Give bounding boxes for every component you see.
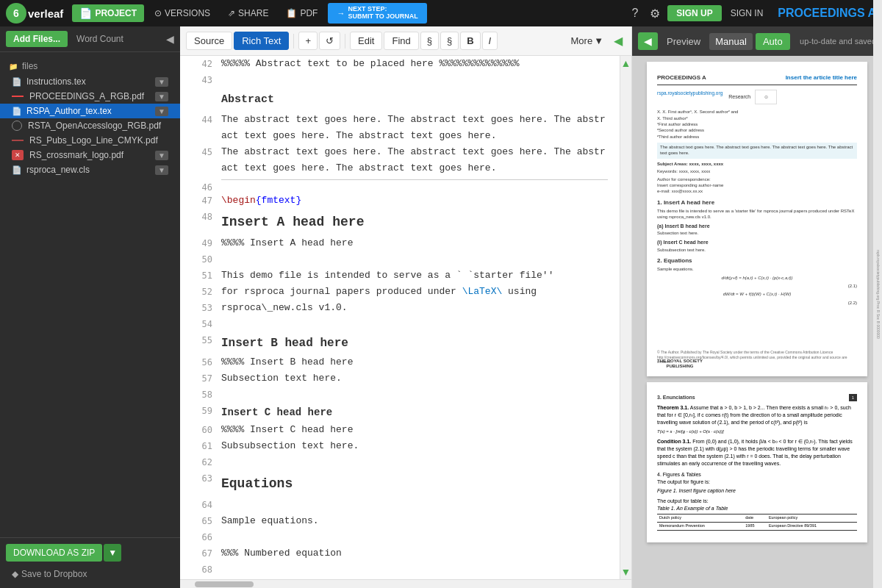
project-icon: 📄 xyxy=(79,7,92,19)
pdf-button[interactable]: 📋 PDF xyxy=(279,5,325,21)
condition-text: Condition 3.1. From (0,0) and (1,0), it … xyxy=(657,438,857,467)
help-button[interactable]: ? xyxy=(627,5,642,21)
save-dropbox-button[interactable]: ◆ Save to Dropbox xyxy=(6,566,174,582)
file-item-rspa-author[interactable]: 📄 RSPA_Author_tex.tex ▼ xyxy=(0,104,180,118)
download-zip-button[interactable]: DOWNLOAD AS ZIP xyxy=(6,544,102,562)
table-1-caption: Table 1. An Example of a Table xyxy=(657,505,857,512)
file-item-rsta-logo[interactable]: RSTA_OpenAccesslogo_RGB.pdf xyxy=(0,118,180,133)
line-60: 60 %%%% Insert C head here xyxy=(221,422,608,438)
pdf-icon: 📋 xyxy=(286,8,297,18)
preview-sample-eq: Sample equations. xyxy=(657,266,857,272)
file-item-crossmark[interactable]: ✕ RS_crossmark_logo.pdf ▼ xyxy=(0,148,180,162)
auto-button[interactable]: Auto xyxy=(756,33,790,50)
add-files-button[interactable]: Add Files... xyxy=(6,31,68,47)
preview-starter-text: This demo file is intended to serve as a… xyxy=(657,208,857,220)
cls-file-icon: 📄 xyxy=(12,165,22,175)
file-dropdown-button[interactable]: ▼ xyxy=(155,77,168,87)
sidebar-toolbar: Add Files... Word Count ◀ xyxy=(0,26,180,52)
page2-header: 3. Enunciations 1 xyxy=(657,394,857,401)
preview-section-4: 4. Figures & Tables xyxy=(657,471,857,478)
header-right: Insert the article title here xyxy=(786,74,857,82)
settings-button[interactable]: ⚙ xyxy=(645,5,664,22)
file-item-rsproca-cls[interactable]: 📄 rsproca_new.cls ▼ xyxy=(0,162,180,177)
toolbar-left-arrow[interactable]: ◀ xyxy=(611,32,625,49)
edit-button[interactable]: Edit xyxy=(350,32,382,50)
section-button[interactable]: § xyxy=(420,32,439,50)
file-dropdown-button[interactable]: ▼ xyxy=(155,92,168,101)
signup-button[interactable]: SIGN UP xyxy=(667,5,721,21)
line-59: 59 Insert C head here xyxy=(221,403,608,422)
correspond: Author for correspondence: Insert corres… xyxy=(657,176,857,195)
preview-content[interactable]: PROCEEDINGS A Insert the article title h… xyxy=(632,56,882,588)
scroll-up-button[interactable]: ▲ xyxy=(620,56,631,71)
project-button[interactable]: 📄 PROJECT xyxy=(72,4,144,22)
page-sub-header: rspa.royalsocietypublishing.org Research… xyxy=(657,90,857,104)
file-dropdown-button[interactable]: ▼ xyxy=(155,151,168,160)
line-44: 44 The abstract text goes here. The abst… xyxy=(221,112,608,144)
editor-horizontal-scrollbar[interactable] xyxy=(180,579,631,588)
line-55: 55 Insert B head here xyxy=(221,332,608,354)
line-54: 54 xyxy=(221,316,608,332)
line-62: 62 xyxy=(221,454,608,470)
versions-button[interactable]: ⊙ VERSIONS xyxy=(147,5,218,21)
table-cell-dutch-val: Memorandum Prevention xyxy=(657,523,743,531)
download-arrow-button[interactable]: ▼ xyxy=(104,544,121,562)
line-46: 46 xyxy=(221,176,608,193)
research-label: Research xyxy=(728,93,750,101)
next-step-icon: → xyxy=(337,9,345,18)
file-item-instructions[interactable]: 📄 Instructions.tex ▼ xyxy=(0,74,180,89)
word-count-button[interactable]: Word Count xyxy=(72,31,128,47)
line-65: 65 Sample equations. xyxy=(221,513,608,529)
file-dropdown-button[interactable]: ▼ xyxy=(155,165,168,175)
line-51: 51 This demo file is intended to serve a… xyxy=(221,268,608,284)
preview-sub-text-1: Subsection text here. xyxy=(657,230,857,236)
keywords: Keywords: xxxx, xxxx, xxxx xyxy=(657,168,857,174)
logo-name: verleaf xyxy=(28,7,63,20)
italic-button[interactable]: I xyxy=(482,32,498,50)
line-68: 68 xyxy=(221,562,608,578)
share-button[interactable]: ⇗ SHARE xyxy=(220,5,276,21)
next-step-button[interactable]: → NEXT STEP: SUBMIT TO JOURNAL xyxy=(328,3,426,24)
line-64: 64 xyxy=(221,497,608,513)
page-number: 1 xyxy=(849,394,857,401)
main-layout: Add Files... Word Count ◀ 📁 files 📄 Inst… xyxy=(0,26,882,588)
more-button[interactable]: More ▼ xyxy=(565,32,610,49)
toolbar-separator xyxy=(293,34,294,49)
versions-icon: ⊙ xyxy=(154,8,162,18)
find-button[interactable]: Find xyxy=(384,32,418,50)
royal-society-logo: THE ROYAL SOCIETY PUBLISHING xyxy=(657,359,703,368)
editor-toolbar: Source Rich Text + ↺ Edit Find § § B I M… xyxy=(180,26,631,56)
side-label: rspb.royalsocietypublishing.org Proc R S… xyxy=(873,56,882,588)
file-item-proceedings-pdf[interactable]: PROCEEDINGS_A_RGB.pdf ▼ xyxy=(0,89,180,104)
collapse-sidebar-button[interactable]: ◀ xyxy=(166,33,174,45)
bold-button[interactable]: B xyxy=(460,32,480,50)
rich-text-button[interactable]: Rich Text xyxy=(234,32,289,50)
signin-button[interactable]: SIGN IN xyxy=(725,5,770,21)
logo[interactable]: 6 verleaf xyxy=(6,3,63,24)
save-status: up-to-date and saved xyxy=(800,37,876,46)
abstract-box: The abstract text goes here. The abstrac… xyxy=(657,143,857,159)
insert-button[interactable]: + xyxy=(298,32,318,50)
figure-1-caption: Figure 1. Insert figure caption here xyxy=(657,487,857,495)
page-header: PROCEEDINGS A Insert the article title h… xyxy=(657,74,857,85)
line-47: 47 \begin{fmtext} xyxy=(221,193,608,209)
preview-left-arrow[interactable]: ◀ xyxy=(638,32,658,50)
table-cell-european-val: European Directive 89/391 xyxy=(767,523,857,531)
table-output-text: The output for table is: xyxy=(657,498,857,505)
equation-box-2: dW/dt = W + f(t)(W) + C(x,t) · H(W) xyxy=(657,291,857,297)
preview-subsection-i: (i) Insert C head here xyxy=(657,239,857,246)
preview-button[interactable]: Preview xyxy=(661,33,706,50)
source-button[interactable]: Source xyxy=(186,32,232,50)
section2-button[interactable]: § xyxy=(440,32,459,50)
file-item-rs-pubs[interactable]: RS_Pubs_Logo_Line_CMYK.pdf xyxy=(0,133,180,148)
theorem-equation: T(s) = s · [π/(g - c(s)) + O(s · c(s))] xyxy=(657,428,857,435)
history-button[interactable]: ↺ xyxy=(319,32,340,50)
files-section-header[interactable]: 📁 files xyxy=(0,58,180,74)
scroll-down-button[interactable]: ▼ xyxy=(620,564,631,579)
editor-content[interactable]: 42 %%%%% Abstract text to be placed here… xyxy=(180,56,620,579)
manual-button[interactable]: Manual xyxy=(709,33,753,50)
equation-numbers-2: (2.2) xyxy=(657,300,857,306)
research-box: Research ⊙ xyxy=(728,90,777,104)
preview-sub-text-2: Subsubsection text here. xyxy=(657,247,857,253)
file-dropdown-active-button[interactable]: ▼ xyxy=(155,107,168,116)
